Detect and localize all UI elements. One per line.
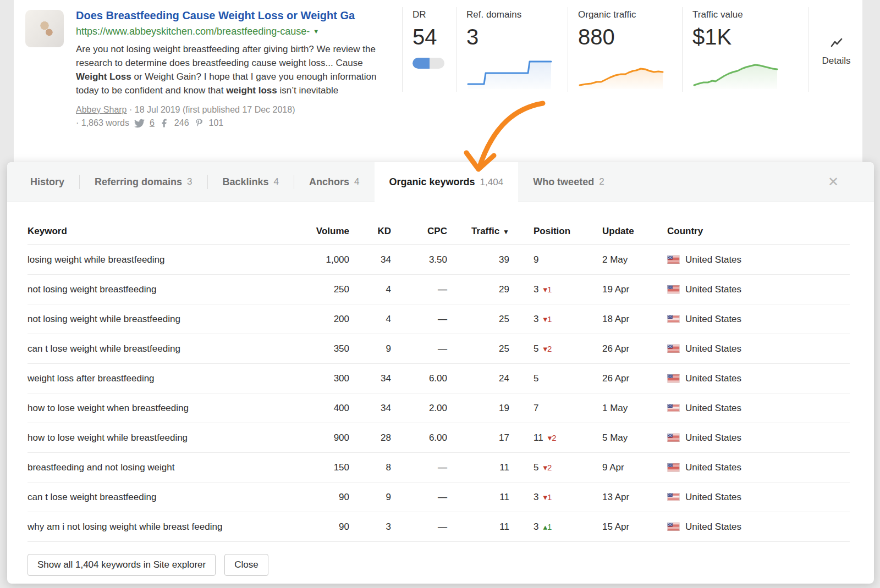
tab-organic-keywords[interactable]: Organic keywords1,404 [375,162,519,202]
details-modal: HistoryReferring domains3Backlinks4Ancho… [7,162,874,584]
trend-details-icon [830,37,843,50]
publish-date: · 18 Jul 2019 (first published 17 Dec 20… [129,105,295,114]
position-change-down: ▾1 [543,314,552,324]
metric-dr: DR 54 [402,7,456,92]
table-row: breastfeeding and not losing weight1508—… [28,453,850,482]
header-position[interactable]: Position [509,226,578,237]
country-cell: United States [643,492,850,503]
tab-history[interactable]: History [15,162,79,202]
keyword-cell: how to lose weight while breastfeeding [28,432,302,443]
country-cell: United States [643,403,850,414]
kd-cell: 34 [349,254,391,265]
kd-cell: 3 [349,522,391,532]
metric-organic-traffic: Organic traffic 880 [568,7,682,92]
volume-cell: 200 [302,314,349,325]
traffic-cell: 11 [447,462,509,473]
result-title[interactable]: Does Breastfeeding Cause Weight Loss or … [76,9,380,22]
tab-count: 4 [354,176,359,187]
country-name: United States [685,254,741,265]
result-url[interactable]: https://www.abbeyskitchen.com/breastfeed… [76,26,310,37]
metric-traffic-value: Traffic value $1K [682,7,809,92]
kd-cell: 34 [349,403,391,414]
us-flag-icon [667,285,680,293]
close-button[interactable]: Close [224,554,268,576]
ref-domains-sparkline [466,58,568,92]
position-change-down: ▾2 [548,433,557,442]
result-description: Are you not losing weight breastfeeding … [76,42,380,97]
kd-cell: 4 [349,284,391,295]
position-value: 3 [534,492,538,502]
position-value: 3 [534,314,538,324]
country-name: United States [685,462,741,473]
keyword-cell: why am i not losing weight while breast … [28,522,302,532]
header-country[interactable]: Country [643,226,850,237]
details-button[interactable]: Details [809,7,864,92]
position-value: 5 [534,343,538,354]
organic-traffic-sparkline [578,58,682,92]
volume-cell: 250 [302,284,349,295]
traffic-cell: 11 [447,492,509,503]
tab-label: Anchors [309,176,349,188]
header-cpc[interactable]: CPC [391,226,447,237]
twitter-count[interactable]: 6 [150,117,155,130]
cpc-cell: — [391,522,447,532]
show-all-keywords-button[interactable]: Show all 1,404 keywords in Site explorer [28,554,216,576]
social-stats-row: · 1,863 words 6 246 101 [76,117,380,130]
description-text: Are you not losing weight breastfeeding … [76,44,376,68]
country-cell: United States [643,314,850,325]
position-value: 3 [534,522,538,532]
volume-cell: 90 [302,492,349,503]
table-row: can t lose weight while breastfeeding350… [28,334,850,364]
us-flag-icon [667,345,680,353]
header-volume[interactable]: Volume [302,226,349,237]
header-kd[interactable]: KD [349,226,391,237]
tab-anchors[interactable]: Anchors4 [294,162,374,202]
cpc-cell: — [391,284,447,295]
tab-label: Organic keywords [389,176,475,188]
position-cell: 5▾2 [509,462,578,473]
update-cell: 26 Apr [578,373,643,384]
position-cell: 3▾1 [509,284,578,295]
keyword-cell: not losing weight breastfeeding [28,284,302,295]
header-traffic[interactable]: Traffic▼ [447,226,509,237]
tab-count: 2 [599,176,604,187]
position-cell: 5 [509,373,578,384]
position-change-down: ▾1 [543,285,552,294]
header-update[interactable]: Update [578,226,643,237]
traffic-cell: 25 [447,343,509,354]
update-cell: 19 Apr [578,284,643,295]
result-url-row: https://www.abbeyskitchen.com/breastfeed… [76,26,380,37]
position-value: 11 [534,432,543,443]
author-link[interactable]: Abbey Sharp [76,105,127,114]
us-flag-icon [667,493,680,501]
traffic-value-sparkline [692,58,809,92]
tab-label: History [30,176,64,188]
traffic-cell: 17 [447,432,509,443]
us-flag-icon [667,256,680,264]
position-value: 5 [534,462,538,473]
table-row: can t lose weight breastfeeding909—113▾1… [28,482,850,512]
update-cell: 5 May [578,432,643,443]
us-flag-icon [667,374,680,382]
description-bold-text: Weight Loss [76,71,131,82]
tab-referring-domains[interactable]: Referring domains3 [80,162,207,202]
us-flag-icon [667,523,680,531]
cpc-cell: 3.50 [391,254,447,265]
word-count: · 1,863 words [76,117,129,130]
traffic-cell: 25 [447,314,509,325]
tab-who-tweeted[interactable]: Who tweeted2 [518,162,619,202]
position-cell: 11▾2 [509,432,578,443]
keywords-table-body: losing weight while breastfeeding1,00034… [28,245,850,542]
kd-cell: 34 [349,373,391,384]
kd-cell: 8 [349,462,391,473]
tab-backlinks[interactable]: Backlinks4 [208,162,294,202]
keyword-cell: losing weight while breastfeeding [28,254,302,265]
country-name: United States [685,403,741,414]
position-change-down: ▾1 [543,492,552,502]
metric-ref-domains-label: Ref. domains [466,9,568,20]
position-cell: 3▾1 [509,314,578,325]
url-dropdown-icon[interactable]: ▼ [313,28,319,35]
header-keyword[interactable]: Keyword [28,226,302,237]
country-name: United States [685,314,741,325]
close-icon[interactable]: ✕ [828,175,839,188]
